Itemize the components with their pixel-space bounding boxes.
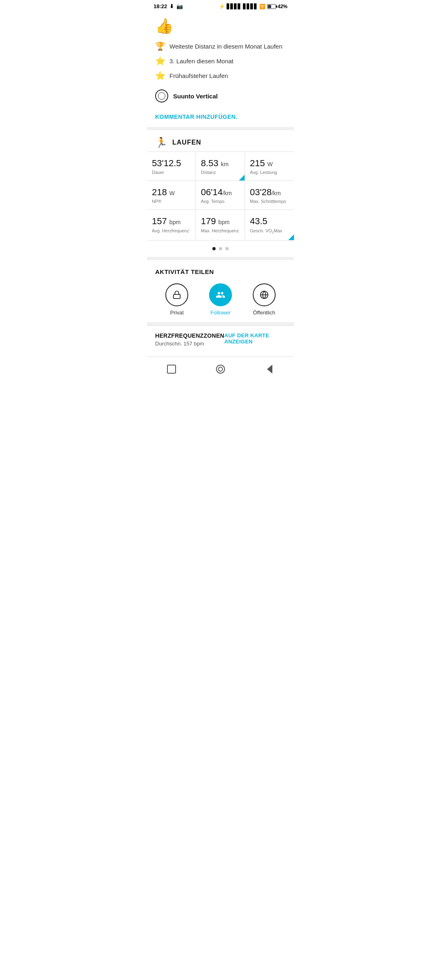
achievements-section: 👍 🏆 Weiteste Distanz in diesem Monat Lau…	[147, 11, 294, 108]
achievement-text-3: Frühaufsteher Laufen	[169, 72, 228, 79]
share-options: Privat Follower Öffentlich	[155, 283, 286, 316]
private-circle[interactable]	[165, 283, 188, 306]
globe-icon	[260, 290, 269, 299]
nav-bar	[147, 356, 294, 385]
page-dot-2[interactable]	[219, 247, 222, 250]
stat-label-max-hr: Max. Herzfrequenz	[201, 228, 240, 233]
share-title: AKTIVITÄT TEILEN	[155, 268, 286, 275]
stat-value-avg-hr: 157 bpm	[152, 216, 191, 226]
stat-label-vo2max: Gesch. VO2Max	[250, 228, 289, 234]
battery-percent: 42%	[278, 4, 287, 9]
heart-rate-zones-section: HERZFREQUENZZONEN Durchschn. 157 bpm AUF…	[147, 325, 294, 353]
lock-icon	[172, 290, 181, 299]
stat-value-np: 218 W	[152, 187, 191, 197]
share-label-private: Privat	[170, 310, 184, 316]
nav-back-button[interactable]	[213, 362, 228, 376]
stat-value-duration: 53'12.5	[152, 158, 191, 168]
signal2-icon: ▋▋▋▋	[243, 4, 258, 9]
stats-section: 🏃 LAUFEN 53'12.5 Dauer 8.53 km Distanz 2…	[147, 130, 294, 257]
page-dot-1[interactable]	[212, 247, 216, 250]
nav-circle-icon	[216, 365, 225, 374]
hrz-title: HERZFREQUENZZONEN	[155, 332, 224, 339]
stat-cell-np: 218 W NP®	[147, 181, 196, 210]
share-label-follower: Follower	[210, 310, 230, 316]
battery-icon	[267, 4, 276, 9]
status-bar: 18:22 ⬇ 📷 ⚡ ▋▋▋▋ ▋▋▋▋ 🛜 42%	[147, 0, 294, 11]
comment-section[interactable]: KOMMENTAR HINZUFÜGEN.	[147, 108, 294, 127]
device-name: Suunto Vertical	[173, 93, 218, 100]
download-icon: ⬇	[169, 3, 174, 9]
nav-recent-button[interactable]	[262, 362, 277, 376]
nav-square-icon	[167, 365, 176, 374]
stat-cell-vo2max: 43.5 Gesch. VO2Max	[245, 210, 294, 240]
hrz-left: HERZFREQUENZZONEN Durchschn. 157 bpm	[155, 332, 224, 347]
stat-label-avg-power: Avg. Leistung	[250, 170, 289, 175]
wifi-icon: 🛜	[259, 4, 265, 9]
hrz-map-link[interactable]: AUF DER KARTE ANZEIGEN	[224, 332, 286, 345]
stat-label-duration: Dauer	[152, 170, 191, 175]
achievement-item-1: 🏆 Weiteste Distanz in diesem Monat Laufe…	[155, 41, 286, 51]
share-option-public[interactable]: Öffentlich	[253, 283, 276, 316]
time: 18:22	[154, 3, 167, 9]
stat-cell-max-hr: 179 bpm Max. Herzfrequenz	[196, 210, 245, 240]
stat-label-avg-tempo: Avg. Tempo	[201, 199, 240, 204]
nav-triangle-icon	[267, 365, 272, 374]
stat-label-avg-hr: Avg. Herzfrequenz	[152, 228, 191, 233]
stats-header: 🏃 LAUFEN	[147, 130, 294, 151]
share-section: AKTIVITÄT TEILEN Privat Follower	[147, 260, 294, 322]
stat-cell-avg-tempo: 06'14/km Avg. Tempo	[196, 181, 245, 210]
thumbs-up-icon: 👍	[155, 18, 286, 35]
public-circle[interactable]	[253, 283, 276, 306]
page-dot-3[interactable]	[225, 247, 229, 250]
achievement-item-3: ⭐ Frühaufsteher Laufen	[155, 71, 286, 80]
stat-cell-max-tempo: 03'28/km Max. Schritttempo	[245, 181, 294, 210]
achievement-item-2: ⭐ 3. Laufen diesen Monat	[155, 56, 286, 66]
divider-1	[147, 127, 294, 130]
bluetooth-icon: ⚡	[219, 4, 225, 9]
stats-grid: 53'12.5 Dauer 8.53 km Distanz 215 W Avg.…	[147, 151, 294, 241]
triangle-indicator-1	[239, 175, 245, 180]
signal-icon: ▋▋▋▋	[227, 4, 241, 9]
share-label-public: Öffentlich	[253, 310, 275, 316]
stat-cell-avg-power: 215 W Avg. Leistung	[245, 152, 294, 181]
share-option-follower[interactable]: Follower	[209, 283, 232, 316]
stat-label-max-tempo: Max. Schritttempo	[250, 199, 289, 204]
stat-cell-duration: 53'12.5 Dauer	[147, 152, 196, 181]
status-right: ⚡ ▋▋▋▋ ▋▋▋▋ 🛜 42%	[219, 4, 287, 9]
pagination	[147, 241, 294, 257]
star-icon-1: ⭐	[155, 56, 165, 66]
stat-value-avg-power: 215 W	[250, 158, 289, 168]
nav-home-button[interactable]	[164, 362, 179, 376]
stat-value-max-tempo: 03'28/km	[250, 187, 289, 197]
achievement-text-1: Weiteste Distanz in diesem Monat Laufen	[169, 43, 283, 50]
device-row: Suunto Vertical	[155, 85, 286, 105]
stat-value-vo2max: 43.5	[250, 216, 289, 226]
run-icon: 🏃	[155, 137, 167, 148]
stat-cell-distance: 8.53 km Distanz	[196, 152, 245, 181]
instagram-icon: 📷	[176, 3, 183, 9]
trophy-icon: 🏆	[155, 41, 165, 51]
status-left: 18:22 ⬇ 📷	[154, 3, 183, 9]
stat-label-distance: Distanz	[201, 170, 240, 175]
stat-value-max-hr: 179 bpm	[201, 216, 240, 226]
stat-value-distance: 8.53 km	[201, 158, 240, 168]
stats-title: LAUFEN	[172, 139, 201, 146]
share-option-private[interactable]: Privat	[165, 283, 188, 316]
divider-3	[147, 322, 294, 325]
watch-icon	[155, 89, 168, 102]
follower-circle[interactable]	[209, 283, 232, 306]
svg-rect-0	[174, 294, 180, 298]
triangle-indicator-2	[288, 234, 294, 240]
stat-value-avg-tempo: 06'14/km	[201, 187, 240, 197]
hrz-subtitle: Durchschn. 157 bpm	[155, 341, 224, 347]
stat-label-np: NP®	[152, 199, 191, 204]
add-comment-link[interactable]: KOMMENTAR HINZUFÜGEN.	[155, 114, 238, 120]
achievement-text-2: 3. Laufen diesen Monat	[169, 58, 234, 65]
star-icon-2: ⭐	[155, 71, 165, 80]
group-icon	[216, 290, 225, 300]
divider-2	[147, 257, 294, 260]
stat-cell-avg-hr: 157 bpm Avg. Herzfrequenz	[147, 210, 196, 240]
